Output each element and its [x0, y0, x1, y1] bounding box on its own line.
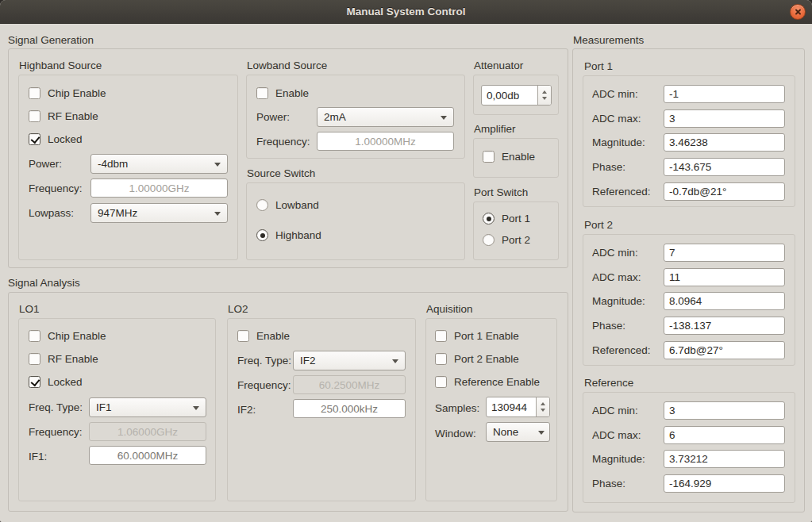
port1-phase-label: Phase:: [592, 161, 625, 174]
close-button[interactable]: [790, 4, 806, 20]
group-title-reference: Reference: [584, 377, 633, 390]
reference-adc-min-input[interactable]: [664, 401, 785, 420]
combobox-value: IF2: [300, 355, 316, 367]
radio-port-2[interactable]: Port 2: [483, 234, 530, 246]
port1-adc-min-label: ADC min:: [592, 88, 638, 101]
spin-down-icon[interactable]: [542, 97, 547, 100]
port1-phase-input[interactable]: [664, 158, 785, 176]
combobox-value: IF1: [96, 401, 112, 413]
port1-adc-max-label: ADC max:: [592, 113, 641, 125]
checkbox-lo1-chip-enable[interactable]: Chip Enable: [29, 330, 106, 342]
group-title-lowband-source: Lowband Source: [247, 59, 327, 72]
port2-magnitude-label: Magnitude:: [592, 295, 645, 308]
radio-port-1[interactable]: Port 1: [483, 213, 530, 225]
checkbox-reference-enable[interactable]: Reference Enable: [435, 376, 540, 388]
reference-phase-input[interactable]: [664, 474, 785, 493]
combobox-value: 947MHz: [98, 207, 137, 219]
checkbox-label: Enable: [502, 151, 535, 163]
port1-referenced-input[interactable]: [664, 182, 785, 201]
checkbox-port2-enable[interactable]: Port 2 Enable: [435, 353, 519, 365]
attenuator-spinbox[interactable]: 0,00db: [481, 85, 552, 106]
checkbox-highband-chip-enable[interactable]: Chip Enable: [29, 87, 106, 99]
port1-adc-min-input[interactable]: [664, 85, 785, 103]
checkbox-label: RF Enable: [48, 110, 98, 122]
port2-phase-input[interactable]: [664, 317, 785, 335]
spinbox-value: 130944: [487, 397, 536, 416]
checkbox-box: [29, 133, 40, 145]
port2-adc-min-input[interactable]: [664, 244, 785, 262]
group-title-highband-source: Highband Source: [19, 59, 102, 72]
checkbox-amplifier-enable[interactable]: Enable: [483, 151, 535, 163]
radio-source-lowband[interactable]: Lowband: [256, 199, 319, 211]
spinbox-buttons[interactable]: [536, 397, 549, 416]
reference-magnitude-input[interactable]: [664, 450, 785, 468]
samples-spinbox[interactable]: 130944: [486, 397, 550, 417]
port2-phase-label: Phase:: [592, 320, 625, 332]
chevron-down-icon: [392, 359, 398, 363]
checkbox-label: Locked: [48, 376, 83, 388]
spin-up-icon[interactable]: [542, 90, 547, 94]
lowband-frequency-input[interactable]: [317, 132, 454, 151]
window-label: Window:: [435, 428, 476, 440]
checkbox-box: [29, 353, 40, 365]
checkbox-port1-enable[interactable]: Port 1 Enable: [435, 330, 519, 342]
port1-magnitude-input[interactable]: [664, 133, 785, 152]
radio-label: Port 2: [502, 234, 530, 246]
spin-down-icon[interactable]: [541, 409, 545, 412]
highband-frequency-input[interactable]: [90, 178, 228, 198]
highband-frequency-label: Frequency:: [29, 182, 83, 195]
port1-magnitude-label: Magnitude:: [592, 136, 645, 149]
port2-adc-min-label: ADC min:: [592, 247, 638, 259]
spinbox-buttons[interactable]: [537, 86, 551, 105]
combobox-value: -4dbm: [98, 158, 128, 170]
checkbox-label: Chip Enable: [48, 330, 106, 342]
chevron-down-icon: [214, 212, 221, 216]
radio-label: Lowband: [275, 199, 319, 211]
lo1-freq-type-combobox[interactable]: IF1: [89, 397, 206, 417]
lo2-frequency-input: [293, 375, 406, 394]
checkbox-label: Chip Enable: [48, 87, 106, 99]
lowband-power-combobox[interactable]: 2mA: [317, 107, 454, 127]
highband-lowpass-label: Lowpass:: [29, 207, 74, 220]
checkbox-label: Enable: [256, 330, 290, 342]
group-title-port1: Port 1: [584, 60, 613, 73]
group-title-aquisition: Aquisition: [426, 303, 473, 316]
port1-adc-max-input[interactable]: [664, 109, 785, 128]
radio-circle: [483, 234, 495, 246]
titlebar[interactable]: Manual System Control: [0, 0, 812, 24]
spin-up-icon[interactable]: [541, 402, 545, 405]
checkbox-highband-locked[interactable]: Locked: [29, 133, 83, 145]
checkbox-box: [237, 330, 249, 342]
lowband-power-label: Power:: [256, 111, 290, 124]
lo1-if1-input[interactable]: [89, 446, 206, 465]
lo1-freq-type-label: Freq. Type:: [29, 401, 83, 414]
radio-source-highband[interactable]: Highband: [256, 229, 321, 241]
window-combobox[interactable]: None: [486, 422, 550, 442]
checkbox-lo1-locked[interactable]: Locked: [29, 376, 83, 388]
chevron-down-icon: [441, 116, 447, 120]
port2-adc-max-input[interactable]: [664, 268, 785, 286]
radio-label: Highband: [275, 229, 321, 241]
checkbox-lo1-rf-enable[interactable]: RF Enable: [29, 353, 98, 365]
lo2-frequency-label: Frequency:: [237, 379, 291, 392]
combobox-value: None: [493, 426, 518, 438]
checkbox-lowband-enable[interactable]: Enable: [256, 87, 309, 99]
source-switch-frame: [246, 182, 465, 260]
reference-adc-min-label: ADC min:: [592, 405, 638, 417]
section-title-measurements: Measurements: [573, 34, 644, 47]
port2-referenced-input[interactable]: [664, 341, 785, 359]
highband-lowpass-combobox[interactable]: 947MHz: [90, 203, 228, 223]
lo2-if2-input[interactable]: [293, 399, 406, 418]
checkbox-highband-rf-enable[interactable]: RF Enable: [29, 110, 98, 122]
checkbox-box: [435, 330, 447, 342]
checkbox-lo2-enable[interactable]: Enable: [237, 330, 290, 342]
highband-power-combobox[interactable]: -4dbm: [90, 154, 228, 174]
checkbox-box: [29, 110, 40, 122]
port-switch-frame: [473, 202, 559, 260]
port2-magnitude-input[interactable]: [664, 292, 785, 310]
lo2-freq-type-combobox[interactable]: IF2: [293, 351, 406, 370]
combobox-value: 2mA: [324, 111, 346, 123]
lo1-frequency-label: Frequency:: [29, 426, 83, 439]
reference-adc-max-input[interactable]: [664, 426, 785, 444]
group-title-source-switch: Source Switch: [247, 167, 315, 180]
